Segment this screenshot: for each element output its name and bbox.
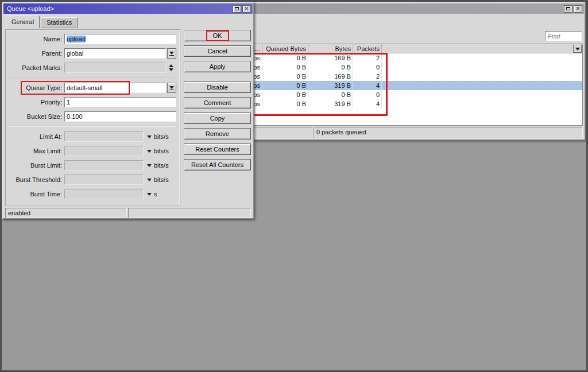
row-bytes-cell: 319 B xyxy=(308,99,353,108)
burst-limit-field[interactable] xyxy=(64,160,144,170)
dropdown-icon[interactable] xyxy=(167,48,176,59)
column-filler xyxy=(382,44,573,53)
row-queued-bytes-cell: 0 B xyxy=(262,63,308,72)
field-value: global xyxy=(67,50,83,57)
row-packets-cell: 2 xyxy=(353,72,382,81)
reset-all-counters-button[interactable]: Reset All Counters xyxy=(184,159,251,170)
unit-label: bits/s xyxy=(154,148,169,154)
bucket-size-field[interactable]: 0.100 xyxy=(64,111,176,122)
comment-button[interactable]: Comment xyxy=(184,97,251,108)
row-packets-cell: 4 xyxy=(353,81,382,90)
row-bytes-cell: 169 B xyxy=(308,72,353,81)
upload-dialog-titlebar: Queue <upload> ✕ xyxy=(3,3,253,14)
field-label: Burst Threshold: xyxy=(9,176,62,183)
field-value: default-small xyxy=(67,84,102,91)
field-value: upload xyxy=(67,36,86,42)
down-arrow-icon xyxy=(169,68,173,71)
column-header-packets[interactable]: Packets xyxy=(353,44,382,53)
maximize-icon[interactable] xyxy=(564,5,572,13)
maximize-icon[interactable] xyxy=(233,5,241,13)
tab-statistics[interactable]: Statistics xyxy=(41,17,78,28)
burst-time-field[interactable] xyxy=(64,189,144,199)
field-row-queue-type: Queue Type:default-small xyxy=(9,83,176,93)
row-filler xyxy=(382,53,582,63)
column-label: Queued Bytes xyxy=(266,45,306,52)
unit-label: s xyxy=(154,191,157,197)
unit-label: bits/s xyxy=(154,133,169,140)
unit-dropdown-icon[interactable] xyxy=(147,193,152,196)
field-label: Bucket Size: xyxy=(9,113,62,120)
field-label: Queue Type: xyxy=(9,84,62,91)
copy-button[interactable]: Copy xyxy=(184,113,251,124)
up-arrow-icon xyxy=(169,64,173,67)
remove-button[interactable]: Remove xyxy=(184,128,251,140)
cancel-button[interactable]: Cancel xyxy=(184,45,251,57)
close-icon[interactable]: ✕ xyxy=(574,5,582,13)
find-input[interactable] xyxy=(545,31,582,41)
field-label: Parent: xyxy=(9,50,62,57)
column-label: Packets xyxy=(357,45,380,52)
column-header-queued-bytes[interactable]: Queued Bytes xyxy=(262,44,308,53)
packets-queued: 0 packets queued xyxy=(314,127,583,138)
unit-dropdown-icon[interactable] xyxy=(147,179,152,181)
queue-type-combo[interactable]: default-small xyxy=(64,83,166,93)
column-label: Bytes xyxy=(335,45,351,52)
row-queued-bytes-cell: 0 B xyxy=(262,53,308,63)
reset-counters-button[interactable]: Reset Counters xyxy=(184,144,251,155)
separator xyxy=(9,77,176,78)
unit-dropdown-icon[interactable] xyxy=(147,135,152,138)
general-form: Name:uploadParent:globalPacket Marks:Que… xyxy=(5,29,180,206)
field-value: 1 xyxy=(67,99,70,106)
field-label: Limit At: xyxy=(9,133,62,140)
field-row-burst-limit: Burst Limit:bits/s xyxy=(9,160,176,170)
row-filler xyxy=(382,90,582,99)
field-row-bucket-size: Bucket Size:0.100 xyxy=(9,111,176,122)
field-row-packet-marks: Packet Marks: xyxy=(9,63,176,73)
field-row-name: Name:upload xyxy=(9,34,176,44)
separator xyxy=(9,126,176,127)
column-header-bytes[interactable]: Bytes xyxy=(308,44,353,53)
apply-button[interactable]: Apply xyxy=(184,61,251,72)
row-queued-bytes-cell: 0 B xyxy=(262,99,308,108)
row-filler xyxy=(382,81,582,90)
name-field[interactable]: upload xyxy=(64,34,176,44)
chevron-down-icon xyxy=(575,48,580,51)
spinner-arrows-icon[interactable] xyxy=(169,64,173,71)
row-bytes-cell: 0 B xyxy=(308,90,353,99)
tab-general[interactable]: General xyxy=(6,16,40,28)
field-label: Max Limit: xyxy=(9,148,62,154)
dropdown-icon[interactable] xyxy=(167,83,176,93)
packet-marks-field[interactable] xyxy=(64,63,166,73)
limit-at-field[interactable] xyxy=(64,131,144,142)
queue-upload-dialog: Queue <upload> ✕ GeneralStatistics Name:… xyxy=(2,2,254,219)
row-filler xyxy=(382,63,582,72)
column-selector-icon[interactable] xyxy=(573,45,582,53)
row-packets-cell: 0 xyxy=(353,90,382,99)
unit-label: bits/s xyxy=(154,162,169,169)
field-label: Name: xyxy=(9,36,62,42)
ok-button[interactable]: OK xyxy=(184,30,251,41)
unit-dropdown-icon[interactable] xyxy=(147,150,152,153)
row-filler xyxy=(382,99,582,108)
row-queued-bytes-cell: 0 B xyxy=(262,72,308,81)
winbox-desktop: Queue List ✕ Simple QueuesInterface Queu… xyxy=(0,0,588,372)
priority-field[interactable]: 1 xyxy=(64,97,176,107)
close-icon[interactable]: ✕ xyxy=(242,5,251,13)
row-queued-bytes-cell: 0 B xyxy=(262,90,308,99)
burst-threshold-field[interactable] xyxy=(64,175,144,185)
field-label: Burst Time: xyxy=(9,191,62,197)
field-label: Priority: xyxy=(9,99,62,106)
unit-dropdown-icon[interactable] xyxy=(147,164,152,167)
upload-dialog-statusbar: enabled xyxy=(5,208,251,218)
field-row-burst-threshold: Burst Threshold:bits/s xyxy=(9,175,176,185)
field-row-burst-time: Burst Time:s xyxy=(9,189,176,199)
parent-combo[interactable]: global xyxy=(64,48,166,59)
field-label: Packet Marks: xyxy=(9,64,62,71)
max-limit-field[interactable] xyxy=(64,146,144,156)
row-packets-cell: 2 xyxy=(353,53,382,63)
row-filler xyxy=(382,72,582,81)
disable-button[interactable]: Disable xyxy=(184,82,251,93)
field-row-parent: Parent:global xyxy=(9,48,176,59)
field-row-max-limit: Max Limit:bits/s xyxy=(9,146,176,156)
field-value: 0.100 xyxy=(67,113,83,120)
